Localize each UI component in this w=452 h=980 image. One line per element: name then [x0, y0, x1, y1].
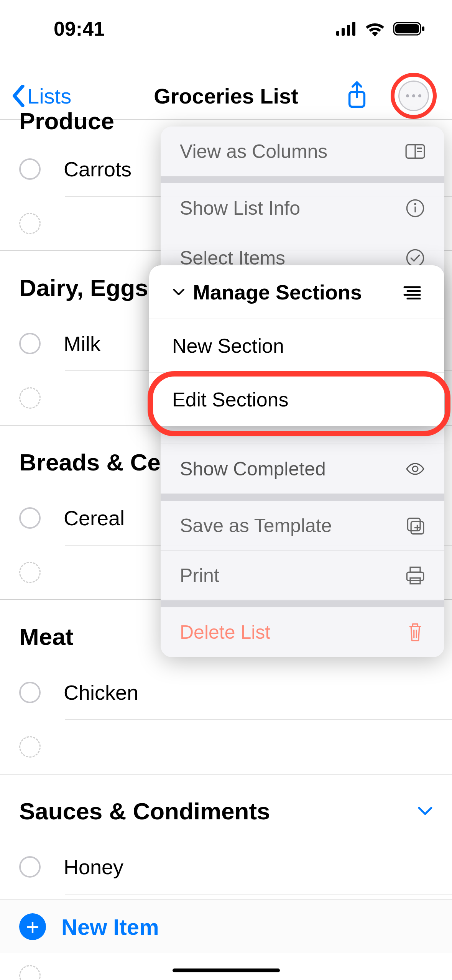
svg-rect-20: [408, 518, 421, 531]
chevron-left-icon: [12, 85, 25, 107]
svg-rect-25: [407, 572, 423, 580]
checkbox[interactable]: [19, 682, 41, 703]
plus-icon: +: [19, 913, 46, 940]
info-icon: [405, 198, 425, 218]
template-icon: [405, 516, 425, 536]
toolbar: + New Item: [0, 899, 452, 953]
section-title: Meat: [19, 623, 73, 650]
svg-rect-1: [342, 28, 345, 36]
svg-point-10: [418, 94, 421, 97]
menu-label: Save as Template: [180, 515, 332, 537]
svg-point-19: [413, 466, 418, 472]
section-title: Breads & Ce: [19, 449, 161, 476]
section-title: Dairy, Eggs: [19, 274, 148, 301]
new-item-button[interactable]: + New Item: [19, 913, 159, 940]
menu-delete-list[interactable]: Delete List: [161, 607, 444, 657]
menu-label: View as Columns: [180, 140, 327, 163]
checkbox[interactable]: [19, 158, 41, 180]
cellular-icon: [336, 22, 357, 36]
submenu-edit-sections[interactable]: Edit Sections: [149, 373, 444, 426]
placeholder-checkbox: [19, 965, 41, 980]
menu-view-as-columns[interactable]: View as Columns: [161, 127, 444, 176]
menu-save-template[interactable]: Save as Template: [161, 501, 444, 551]
page-title: Groceries List: [154, 84, 298, 109]
checkbox[interactable]: [19, 507, 41, 529]
svg-rect-24: [410, 567, 420, 572]
printer-icon: [405, 566, 425, 585]
section-title: Sauces & Condiments: [19, 797, 270, 825]
section-title: Produce: [19, 107, 114, 135]
screen: 09:41 Lists Groceries List Produce: [0, 0, 452, 980]
submenu-label: Edit Sections: [172, 388, 289, 411]
checkbox[interactable]: [19, 333, 41, 354]
list-item[interactable]: Chicken: [0, 666, 452, 719]
list-item[interactable]: Honey: [0, 840, 452, 894]
menu-label: Delete List: [180, 621, 270, 643]
check-circle-icon: [405, 248, 425, 268]
item-label: Chicken: [64, 681, 138, 704]
menu-label: Show List Info: [180, 197, 300, 219]
menu-show-list-info[interactable]: Show List Info: [161, 183, 444, 233]
svg-point-9: [412, 94, 415, 97]
svg-rect-6: [422, 26, 424, 31]
menu-separator: [161, 600, 444, 607]
share-icon: [346, 81, 368, 109]
item-label: Honey: [64, 855, 123, 879]
svg-rect-0: [336, 31, 339, 36]
menu-show-completed[interactable]: Show Completed: [161, 444, 444, 494]
eye-icon: [405, 462, 425, 476]
placeholder-checkbox: [19, 736, 41, 758]
item-label: Carrots: [64, 157, 131, 181]
more-button[interactable]: [398, 81, 429, 111]
submenu-label: New Section: [172, 334, 284, 357]
battery-icon: [393, 21, 425, 36]
placeholder-checkbox: [19, 387, 41, 409]
wifi-icon: [365, 21, 385, 36]
svg-point-8: [406, 94, 409, 97]
trash-icon: [405, 622, 425, 642]
submenu-header[interactable]: Manage Sections: [149, 265, 444, 319]
share-button[interactable]: [346, 81, 368, 110]
item-label: Milk: [64, 332, 100, 355]
empty-item[interactable]: [0, 949, 452, 980]
new-item-label: New Item: [61, 914, 159, 940]
submenu-new-section[interactable]: New Section: [149, 319, 444, 373]
menu-separator: [161, 176, 444, 183]
checkbox[interactable]: [19, 856, 41, 878]
chevron-down-icon: [417, 806, 433, 816]
svg-rect-3: [352, 22, 355, 36]
back-button[interactable]: Lists: [12, 84, 71, 109]
back-label: Lists: [27, 84, 71, 109]
sections-icon: [403, 285, 421, 299]
svg-rect-5: [395, 24, 419, 33]
home-indicator: [173, 968, 280, 972]
status-time: 09:41: [54, 17, 105, 40]
menu-print[interactable]: Print: [161, 551, 444, 600]
submenu-title: Manage Sections: [193, 280, 362, 304]
placeholder-checkbox: [19, 213, 41, 234]
svg-rect-2: [347, 25, 350, 36]
menu-label: Show Completed: [180, 458, 326, 480]
status-indicators: [336, 21, 425, 36]
status-bar: 09:41: [0, 0, 452, 58]
menu-label: Print: [180, 564, 219, 587]
empty-item[interactable]: [0, 720, 452, 774]
columns-icon: [405, 141, 425, 161]
more-icon: [405, 94, 422, 98]
item-label: Cereal: [64, 506, 125, 530]
svg-point-16: [414, 203, 416, 205]
section-header[interactable]: Sauces & Condiments: [0, 774, 452, 840]
placeholder-checkbox: [19, 562, 41, 583]
chevron-down-icon: [172, 288, 185, 296]
svg-point-18: [407, 250, 423, 266]
manage-sections-submenu: Manage Sections New Section Edit Section…: [149, 265, 444, 426]
menu-separator: [161, 494, 444, 501]
